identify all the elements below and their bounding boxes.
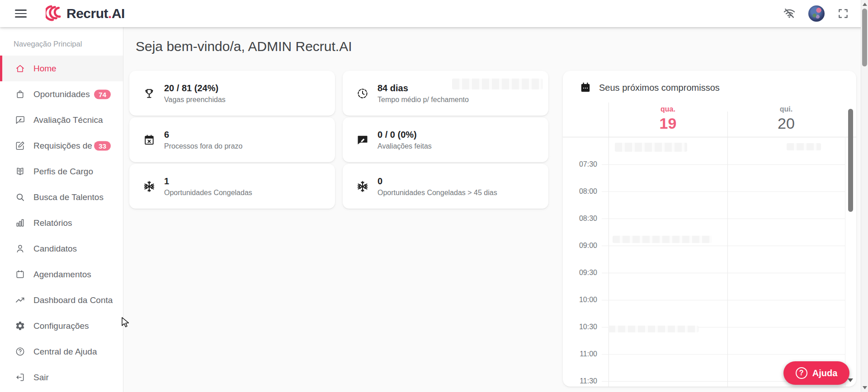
loading-skeleton bbox=[787, 143, 821, 150]
sidebar-item-oportunidades[interactable]: Oportunidades 74 bbox=[0, 81, 123, 107]
stat-label: Vagas preenchidas bbox=[164, 96, 226, 104]
logout-icon bbox=[15, 372, 25, 383]
sidebar-item-label: Dashboard da Conta bbox=[33, 295, 120, 305]
sidebar-item-label: Sair bbox=[33, 373, 120, 383]
app-logo[interactable]: Recrut.AI bbox=[46, 2, 125, 25]
stat-cards: 20 / 81 (24%) Vagas preenchidas 84 dias … bbox=[129, 71, 548, 209]
sidebar-item-busca-de-talentos[interactable]: Busca de Talentos bbox=[0, 184, 123, 210]
stat-card-congeladas-45-dias: 0 Oportunidades Congeladas > 45 dias bbox=[343, 164, 548, 209]
stat-label: Processos fora do prazo bbox=[164, 142, 242, 150]
snowflake-icon bbox=[356, 180, 369, 193]
sidebar-item-label: Avaliação Técnica bbox=[33, 115, 120, 125]
stat-card-congeladas: 1 Oportunidades Congeladas bbox=[129, 164, 335, 209]
sidebar-section-label: Navegação Principal bbox=[14, 40, 123, 48]
page-scrollbar[interactable] bbox=[861, 0, 868, 392]
sidebar-item-label: Central de Ajuda bbox=[33, 347, 120, 357]
stat-card-avaliacoes-feitas: 0 / 0 (0%) Avaliações feitas bbox=[343, 117, 548, 162]
sidebar-item-label: Busca de Talentos bbox=[33, 192, 120, 202]
fullscreen-icon[interactable] bbox=[837, 8, 849, 19]
stat-value: 1 bbox=[164, 176, 252, 187]
scrollbar-down-arrow[interactable] bbox=[863, 386, 867, 389]
sidebar-item-label: Perfis de Cargo bbox=[33, 167, 120, 177]
book-icon bbox=[15, 166, 25, 177]
stat-label: Oportunidades Congeladas > 45 dias bbox=[377, 189, 497, 197]
loading-skeleton bbox=[613, 236, 712, 243]
trophy-icon bbox=[143, 87, 156, 100]
stat-card-tempo-medio: 84 dias Tempo médio p/ fechamento bbox=[343, 71, 548, 116]
stat-value: 0 / 0 (0%) bbox=[377, 130, 432, 140]
sidebar-item-label: Relatórios bbox=[33, 218, 120, 228]
sidebar-item-candidatos[interactable]: Candidatos bbox=[0, 236, 123, 261]
sidebar-item-avaliacao-tecnica[interactable]: Avaliação Técnica bbox=[0, 107, 123, 133]
wifi-off-icon[interactable] bbox=[783, 7, 796, 20]
calendar-scrollbar-down-arrow[interactable] bbox=[848, 378, 853, 382]
sidebar-item-sair[interactable]: Sair bbox=[0, 364, 123, 390]
loading-skeleton bbox=[615, 143, 687, 152]
stat-value: 0 bbox=[377, 176, 497, 187]
calendar-title: Seus próximos compromissos bbox=[599, 83, 720, 93]
timer-icon bbox=[356, 87, 369, 100]
stat-card-fora-do-prazo: 6 Processos fora do prazo bbox=[129, 117, 335, 162]
sidebar-item-relatorios[interactable]: Relatórios bbox=[0, 210, 123, 236]
calendar-icon bbox=[15, 269, 25, 280]
calendar-header: Seus próximos compromissos bbox=[580, 82, 720, 93]
stat-label: Avaliações feitas bbox=[377, 142, 432, 150]
question-mark-icon: ? bbox=[796, 367, 807, 379]
loading-skeleton bbox=[452, 79, 542, 89]
calendar-header-divider bbox=[563, 137, 856, 137]
sidebar-item-central-de-ajuda[interactable]: Central de Ajuda bbox=[0, 339, 123, 364]
help-button[interactable]: ? Ajuda bbox=[783, 361, 849, 385]
sidebar-item-home[interactable]: Home bbox=[0, 56, 123, 81]
upcoming-appointments-panel: Seus próximos compromissos qua. 19 qui. … bbox=[563, 71, 856, 387]
home-icon bbox=[15, 63, 25, 74]
requisicoes-count-badge: 33 bbox=[94, 141, 111, 150]
stat-value: 6 bbox=[164, 130, 242, 140]
search-icon bbox=[15, 192, 25, 202]
person-icon bbox=[15, 243, 25, 254]
sidebar-item-agendamentos[interactable]: Agendamentos bbox=[0, 261, 123, 287]
edit-square-icon bbox=[15, 140, 25, 151]
logo-text: Recrut.AI bbox=[66, 6, 125, 21]
day-name: qui. bbox=[727, 105, 845, 113]
oportunidades-count-badge: 74 bbox=[94, 89, 111, 99]
calendar-icon bbox=[580, 82, 591, 93]
sidebar-item-label: Configurações bbox=[33, 321, 120, 331]
event-busy-icon bbox=[143, 134, 156, 146]
bag-icon bbox=[15, 89, 25, 99]
day-number: 20 bbox=[727, 115, 845, 132]
sidebar-item-perfis-de-cargo[interactable]: Perfis de Cargo bbox=[0, 159, 123, 184]
rate-review-icon bbox=[15, 115, 25, 125]
sidebar-item-label: Home bbox=[33, 64, 120, 74]
user-avatar[interactable] bbox=[808, 5, 825, 22]
stat-card-vagas-preenchidas: 20 / 81 (24%) Vagas preenchidas bbox=[129, 71, 335, 116]
day-name: qua. bbox=[609, 105, 727, 113]
sidebar-item-label: Requisições de Vagas bbox=[33, 141, 97, 151]
menu-icon[interactable] bbox=[15, 8, 27, 19]
gear-icon bbox=[15, 321, 25, 331]
rate-review-icon bbox=[356, 134, 369, 146]
topbar: Recrut.AI bbox=[0, 0, 868, 27]
trending-icon bbox=[15, 295, 25, 305]
page-title: Seja bem-vindo/a, ADMIN Recrut.AI bbox=[136, 39, 352, 54]
help-circle-icon bbox=[15, 346, 25, 357]
sidebar-item-requisicoes-de-vagas[interactable]: Requisições de Vagas 33 bbox=[0, 133, 123, 159]
sidebar-item-label: Candidatos bbox=[33, 244, 120, 254]
calendar-day-qui-20[interactable]: qui. 20 bbox=[727, 105, 845, 132]
logo-mark-icon bbox=[46, 2, 66, 25]
sidebar-item-configuracoes[interactable]: Configurações bbox=[0, 313, 123, 339]
bar-chart-icon bbox=[15, 218, 25, 228]
sidebar: Navegação Principal Home Oportunidades 7… bbox=[0, 27, 123, 392]
calendar-day-qua-19[interactable]: qua. 19 bbox=[609, 105, 727, 132]
sidebar-item-label: Agendamentos bbox=[33, 270, 120, 280]
scrollbar-thumb[interactable] bbox=[862, 9, 867, 66]
snowflake-icon bbox=[143, 180, 156, 193]
calendar-scrollbar-thumb[interactable] bbox=[848, 109, 853, 212]
stat-label: Oportunidades Congeladas bbox=[164, 189, 252, 197]
loading-skeleton bbox=[608, 326, 698, 332]
stat-label: Tempo médio p/ fechamento bbox=[377, 96, 469, 104]
sidebar-item-dashboard-da-conta[interactable]: Dashboard da Conta bbox=[0, 287, 123, 313]
day-number: 19 bbox=[609, 115, 727, 132]
scrollbar-up-arrow[interactable] bbox=[863, 3, 867, 6]
stat-value: 20 / 81 (24%) bbox=[164, 83, 226, 93]
